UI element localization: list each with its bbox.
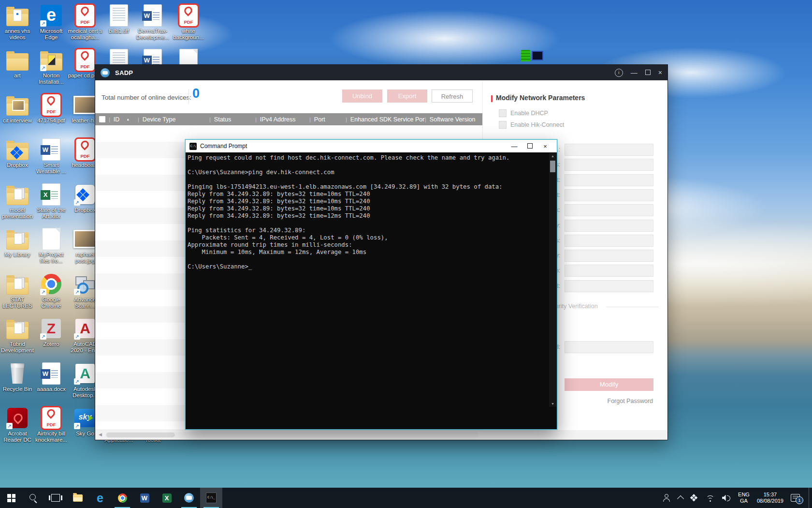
- taskbar-button-cmd[interactable]: [200, 488, 222, 508]
- scroll-up-icon[interactable]: ▲: [549, 154, 556, 158]
- taskbar-button-word[interactable]: [133, 488, 156, 508]
- export-button[interactable]: Export: [387, 90, 427, 103]
- desktop-icon-smart-wearable[interactable]: Smart Wearable ...: [33, 138, 69, 175]
- scroll-left-icon[interactable]: ◀: [99, 432, 102, 437]
- desktop-icon-medical-cert-s-ocallagha[interactable]: medical cert s ocallagha...: [67, 4, 103, 41]
- language-indicator[interactable]: ENG GA: [738, 492, 750, 504]
- desktop-icon-aaaaa-docx[interactable]: aaaaa.docx: [33, 362, 69, 392]
- forgot-password-link[interactable]: Forgot Password: [608, 398, 653, 404]
- field-input-ip-address[interactable]: [565, 159, 653, 171]
- action-center-icon[interactable]: 1: [791, 494, 800, 502]
- field-input-ipv6-gateway[interactable]: [565, 250, 653, 262]
- desktop-icon-microsoft-edge[interactable]: ↗Microsoft Edge: [33, 4, 69, 41]
- desktop-icon-white-backgroun[interactable]: white backgroun...: [171, 4, 206, 41]
- desktop-icon-state-of-the-art-xlsx[interactable]: State of the Art.xlsx: [33, 183, 69, 220]
- admin-password-input[interactable]: [565, 341, 653, 353]
- info-icon[interactable]: i: [615, 69, 623, 77]
- column-header-status[interactable]: Status: [209, 116, 255, 123]
- desktop-icon-471754-pdf[interactable]: 471754.pdf: [33, 93, 69, 124]
- taskbar-button-start[interactable]: [0, 488, 22, 508]
- desktop-icon-norton-installati[interactable]: ↗Norton Installati...: [33, 48, 69, 85]
- desktop-icon-annes-vhs-videos[interactable]: annes vhs videos: [0, 4, 35, 41]
- unbind-button[interactable]: Unbind: [342, 90, 382, 103]
- minimize-icon[interactable]: —: [507, 143, 522, 150]
- enable-hik-connect-checkbox[interactable]: [499, 121, 507, 129]
- field-input-enhanced-sdk-service-port[interactable]: [565, 189, 653, 201]
- field-input-port[interactable]: [565, 174, 653, 186]
- folder-docs-glyph: [6, 322, 29, 339]
- dropbox-tray-icon[interactable]: [690, 494, 698, 502]
- field-input-device-serial-no[interactable]: [565, 144, 653, 156]
- field-input-http-port[interactable]: [565, 280, 653, 292]
- clock[interactable]: 15:37 08/08/2019: [757, 492, 783, 504]
- desktop-icon-label: Norton Installati...: [33, 73, 69, 85]
- column-header-port[interactable]: Port: [309, 116, 346, 123]
- maximize-glyph: [645, 70, 651, 75]
- minimize-icon[interactable]: —: [631, 69, 638, 76]
- image-glyph: [73, 96, 97, 114]
- enable-hik-connect-row[interactable]: Enable Hik-Connect: [499, 121, 564, 129]
- desktop-icon-dropbox[interactable]: Dropbox: [0, 138, 35, 168]
- taskbar-button-chrome[interactable]: [111, 488, 133, 508]
- taskbar-button-sadp[interactable]: [178, 488, 200, 508]
- chrome-icon: ↗: [40, 272, 63, 296]
- cmd-titlebar[interactable]: Command Prompt — ×: [186, 140, 557, 152]
- taskbar-button-file-explorer[interactable]: [67, 488, 89, 508]
- desktop-icon-zotero[interactable]: ↗Zotero: [33, 317, 69, 347]
- field-input-ipv6-address[interactable]: [565, 235, 653, 247]
- column-header-id[interactable]: ID▲: [109, 116, 138, 123]
- sadp-titlebar[interactable]: SADP i — ×: [95, 65, 667, 80]
- desktop-icon-google-chrome[interactable]: ↗Google Chrome: [33, 272, 69, 309]
- wifi-icon[interactable]: [706, 494, 715, 502]
- desktop-icon-acrobat-reader-dc[interactable]: ↗Acrobat Reader DC: [0, 406, 35, 443]
- column-header-device-type[interactable]: Device Type: [138, 116, 209, 123]
- start-icon: [7, 494, 15, 502]
- modify-button[interactable]: Modify: [565, 378, 653, 391]
- excel-glyph: [42, 183, 60, 206]
- field-input-gateway[interactable]: [565, 220, 653, 232]
- show-desktop-button[interactable]: [809, 488, 812, 508]
- desktop-icon-my-library[interactable]: My Library: [0, 227, 35, 258]
- scroll-down-icon[interactable]: ▼: [549, 402, 556, 405]
- close-icon[interactable]: ×: [537, 143, 553, 150]
- chevron-up-icon[interactable]: [677, 495, 684, 502]
- taskbar-button-task-view[interactable]: [44, 488, 67, 508]
- desktop-icon-airtricity-bill-knockmare[interactable]: Airtricity bill knockmare...: [33, 406, 69, 443]
- field-input-subnet-mask[interactable]: [565, 204, 653, 216]
- taskbar-button-edge[interactable]: [89, 488, 111, 508]
- enable-dhcp-checkbox[interactable]: [499, 109, 507, 117]
- desktop-icon-dermatrax-developme[interactable]: DermaTrax- Developme...: [135, 4, 171, 41]
- desktop-icon-model-presentation[interactable]: model presentation: [0, 183, 35, 220]
- enable-dhcp-row[interactable]: Enable DHCP: [499, 109, 548, 117]
- column-header-ipv4-address[interactable]: IPv4 Address: [255, 116, 309, 123]
- column-header-enhanced-sdk-service-port[interactable]: Enhanced SDK Service Port: [346, 116, 425, 123]
- cmd-output[interactable]: Ping request could not find host dec.hik…: [188, 154, 509, 270]
- image-glyph: [73, 230, 97, 248]
- scrollbar-track[interactable]: [105, 432, 478, 438]
- desktop-icon-tubrid-development[interactable]: Tubrid Development: [0, 317, 35, 354]
- people-icon[interactable]: [663, 494, 671, 502]
- desktop-icon-recycle-bin[interactable]: Recycle Bin: [0, 362, 35, 392]
- close-icon[interactable]: ×: [658, 69, 662, 76]
- refresh-button[interactable]: Refresh: [432, 90, 473, 103]
- desktop-icon-art[interactable]: art: [0, 48, 35, 79]
- scrollbar-thumb[interactable]: [550, 161, 555, 172]
- time-text: 15:37: [764, 492, 777, 498]
- select-all-checkbox[interactable]: [99, 116, 105, 122]
- volume-icon[interactable]: [722, 494, 731, 502]
- column-header-software-version[interactable]: Software Version: [425, 116, 482, 123]
- desktop-icon-label: Recycle Bin: [0, 386, 35, 392]
- pdf-icon: [73, 138, 97, 161]
- folder-media-glyph: [6, 9, 29, 26]
- desktop-icon-bills1-tiff[interactable]: bills1.tiff: [101, 4, 137, 34]
- desktop-icon-myproject-files-fro[interactable]: MyProject files fro...: [33, 227, 69, 264]
- field-input-ipv6-prefix-length[interactable]: [565, 265, 653, 277]
- access-shortcut-icon[interactable]: [521, 48, 544, 63]
- taskbar-button-search[interactable]: [22, 488, 44, 508]
- desktop-icon-stat-lectures[interactable]: STAT LECTURES: [0, 272, 35, 309]
- desktop-icon-cit-interview[interactable]: cit interview: [0, 93, 35, 124]
- scrollbar-thumb[interactable]: [106, 433, 175, 437]
- maximize-icon[interactable]: [645, 69, 651, 76]
- maximize-icon[interactable]: [522, 143, 537, 150]
- taskbar-button-excel[interactable]: [156, 488, 178, 508]
